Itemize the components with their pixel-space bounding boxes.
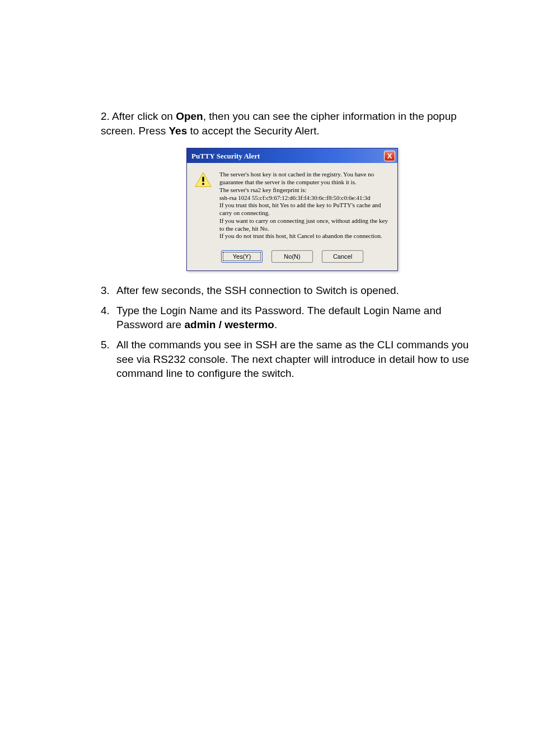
- steps-list: 3. After few seconds, the SSH connection…: [101, 283, 484, 381]
- dialog-button-row: Yes(Y) No(N) Cancel: [187, 247, 397, 270]
- step-4-content: Type the Login Name and its Password. Th…: [116, 304, 484, 332]
- step-3-text: After few seconds, the SSH connection to…: [116, 283, 484, 298]
- step-4: 4. Type the Login Name and its Password.…: [116, 304, 484, 332]
- step-5: 5. All the commands you see in SSH are t…: [116, 338, 484, 381]
- yes-button[interactable]: Yes(Y): [221, 250, 263, 263]
- step-4-suffix: .: [274, 319, 277, 330]
- intro-suffix: to accept the Security Alert.: [187, 125, 320, 137]
- dialog-message: The server's host key is not cached in t…: [219, 171, 390, 240]
- step-3-number: 3.: [101, 283, 110, 298]
- step-5-number: 5.: [101, 338, 110, 352]
- step-3: 3. After few seconds, the SSH connection…: [116, 283, 484, 298]
- step-4-bold: admin / westermo: [184, 319, 274, 330]
- intro-prefix: 2. After click on: [101, 110, 176, 122]
- svg-point-2: [202, 183, 204, 185]
- warning-icon: [195, 172, 212, 188]
- dialog-title: PuTTY Security Alert: [191, 151, 260, 161]
- dialog-container: PuTTY Security Alert X The server's host…: [101, 148, 484, 271]
- dialog-body: The server's host key is not cached in t…: [187, 163, 397, 247]
- cancel-button[interactable]: Cancel: [322, 250, 363, 263]
- close-icon: X: [387, 152, 392, 160]
- putty-security-alert-dialog: PuTTY Security Alert X The server's host…: [186, 148, 398, 271]
- step-5-text: All the commands you see in SSH are the …: [116, 338, 484, 381]
- close-button[interactable]: X: [384, 151, 395, 161]
- intro-yes-word: Yes: [168, 125, 187, 137]
- step-4-prefix: Type the Login Name and its Password. Th…: [116, 305, 442, 331]
- svg-rect-1: [202, 177, 204, 182]
- no-button[interactable]: No(N): [271, 250, 313, 263]
- dialog-titlebar: PuTTY Security Alert X: [187, 148, 397, 163]
- step-4-number: 4.: [101, 304, 110, 318]
- intro-paragraph: 2. After click on Open, then you can see…: [101, 109, 484, 138]
- intro-open-word: Open: [176, 110, 203, 122]
